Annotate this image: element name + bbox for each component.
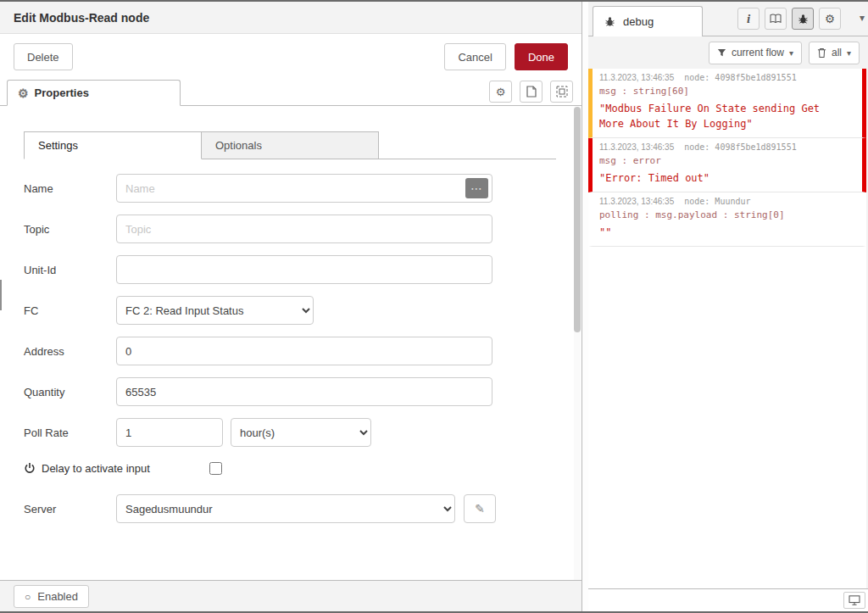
settings-tabbar: Settings Optionals bbox=[24, 131, 556, 159]
clear-all-label: all bbox=[832, 47, 842, 59]
debug-messages: 11.3.2023, 13:46:35node: 4098f5be1d89155… bbox=[588, 69, 866, 588]
tab-settings[interactable]: Settings bbox=[24, 131, 202, 159]
expand-icon bbox=[556, 86, 568, 98]
enabled-toggle[interactable]: ○ Enabled bbox=[14, 585, 89, 608]
topic-input[interactable] bbox=[116, 215, 492, 243]
name-row: Name ⋯ bbox=[24, 174, 556, 203]
poll-rate-row: Poll Rate hour(s) bbox=[24, 418, 556, 447]
topic-row: Topic bbox=[24, 215, 556, 243]
debug-message[interactable]: 11.3.2023, 13:46:35node: 4098f5be1d89155… bbox=[588, 138, 866, 192]
edit-server-button[interactable]: ✎ bbox=[464, 494, 496, 523]
address-row: Address bbox=[24, 337, 556, 365]
message-path: msg : error bbox=[599, 155, 855, 166]
server-label: Server bbox=[24, 503, 116, 515]
delete-button[interactable]: Delete bbox=[14, 43, 73, 70]
tab-debug-label: debug bbox=[623, 15, 654, 28]
server-row: Server Sagedusmuundur ✎ bbox=[24, 494, 556, 523]
name-input[interactable] bbox=[116, 174, 492, 203]
debug-message[interactable]: 11.3.2023, 13:46:35node: Muundurpolling … bbox=[588, 192, 866, 247]
debug-message[interactable]: 11.3.2023, 13:46:35node: 4098f5be1d89155… bbox=[588, 69, 866, 138]
server-select[interactable]: Sagedusmuundur bbox=[116, 494, 455, 523]
delay-checkbox[interactable] bbox=[209, 462, 222, 475]
tab-properties-label: Properties bbox=[35, 86, 89, 99]
name-input-wrap: ⋯ bbox=[116, 174, 492, 203]
dialog-body: Settings Optionals Name ⋯ Topic bbox=[0, 106, 573, 580]
clear-all-dropdown[interactable]: all ▾ bbox=[809, 42, 860, 64]
node-settings-button[interactable]: ⚙ bbox=[489, 81, 512, 103]
delay-label: Delay to activate input bbox=[42, 462, 150, 475]
debug-toolbar: current flow ▾ all ▾ bbox=[588, 36, 868, 69]
workspace-scrollbar-sliver bbox=[0, 280, 2, 310]
expand-editor-button[interactable] bbox=[550, 81, 573, 103]
dialog-actions: Cancel Done bbox=[444, 43, 568, 70]
info-icon: i bbox=[747, 12, 750, 26]
tab-debug[interactable]: debug bbox=[593, 6, 703, 36]
bug-icon bbox=[798, 14, 809, 25]
tab-settings-label: Settings bbox=[38, 139, 78, 152]
gear-icon: ⚙ bbox=[496, 86, 506, 98]
tab-properties[interactable]: ⚙ Properties bbox=[7, 80, 181, 106]
gear-icon: ⚙ bbox=[18, 87, 29, 99]
pencil-icon: ✎ bbox=[475, 502, 485, 515]
editor-scrollbar[interactable] bbox=[574, 107, 581, 580]
quantity-row: Quantity bbox=[24, 377, 556, 406]
editor-scrollbar-thumb[interactable] bbox=[574, 107, 581, 332]
document-icon bbox=[526, 86, 537, 98]
quantity-label: Quantity bbox=[24, 386, 116, 398]
unit-id-row: Unit-Id bbox=[24, 255, 556, 284]
dialog-title: Edit Modbus-Read node bbox=[14, 11, 149, 25]
unit-id-label: Unit-Id bbox=[24, 264, 116, 276]
fc-label: FC bbox=[24, 304, 116, 317]
cancel-button[interactable]: Cancel bbox=[444, 43, 505, 70]
name-label: Name bbox=[24, 182, 116, 195]
unit-id-input[interactable] bbox=[116, 255, 492, 284]
tab-optionals-label: Optionals bbox=[215, 139, 262, 152]
message-node-id: node: Muundur bbox=[684, 197, 750, 206]
debug-tab-button[interactable] bbox=[792, 8, 814, 30]
sidebar-tabbar: debug i ⚙ bbox=[588, 2, 868, 36]
address-input[interactable] bbox=[116, 337, 492, 365]
node-red-window: Edit Modbus-Read node Delete Cancel Done… bbox=[0, 0, 868, 613]
caret-down-icon: ▾ bbox=[860, 12, 865, 24]
message-node-id: node: 4098f5be1d891551 bbox=[684, 142, 796, 152]
edit-dialog-pane: Edit Modbus-Read node Delete Cancel Done… bbox=[0, 2, 582, 611]
monitor-icon bbox=[849, 595, 860, 605]
delay-row: Delay to activate input bbox=[24, 459, 556, 477]
editor-tabbar: ⚙ Properties ⚙ bbox=[0, 80, 581, 106]
ellipsis-icon: ⋯ bbox=[470, 181, 483, 195]
quantity-input[interactable] bbox=[116, 377, 492, 406]
editor-mini-buttons: ⚙ bbox=[489, 81, 573, 103]
sidebar-separator[interactable] bbox=[582, 2, 588, 611]
config-nodes-tab-button[interactable]: ⚙ bbox=[819, 8, 841, 30]
filter-flow-dropdown[interactable]: current flow ▾ bbox=[709, 42, 802, 64]
open-debug-window-button[interactable] bbox=[843, 592, 865, 609]
sidebar-tab-buttons: i ⚙ bbox=[737, 8, 841, 30]
info-tab-button[interactable]: i bbox=[737, 8, 760, 30]
message-value: "Error: Timed out" bbox=[599, 170, 830, 186]
poll-rate-unit-select[interactable]: hour(s) bbox=[231, 418, 371, 447]
poll-rate-label: Poll Rate bbox=[24, 426, 116, 439]
debug-sidebar: debug i ⚙ bbox=[588, 2, 868, 611]
bug-icon bbox=[604, 16, 615, 27]
sidebar-menu-button[interactable]: ▾ bbox=[860, 12, 865, 24]
dialog-header: Edit Modbus-Read node bbox=[0, 2, 581, 34]
gear-icon: ⚙ bbox=[825, 13, 835, 25]
trash-icon bbox=[817, 47, 826, 59]
message-timestamp: 11.3.2023, 13:46:35 bbox=[599, 197, 674, 206]
description-button[interactable] bbox=[520, 81, 542, 103]
address-label: Address bbox=[24, 345, 116, 358]
dialog-footer: ○ Enabled bbox=[0, 580, 581, 611]
message-path: msg : string[60] bbox=[599, 86, 855, 97]
done-button[interactable]: Done bbox=[515, 43, 568, 70]
expand-input-button[interactable]: ⋯ bbox=[465, 178, 488, 198]
help-tab-button[interactable] bbox=[765, 8, 787, 30]
enabled-label: Enabled bbox=[37, 590, 78, 603]
filter-flow-label: current flow bbox=[732, 47, 784, 59]
book-icon bbox=[770, 14, 782, 24]
tab-optionals[interactable]: Optionals bbox=[201, 131, 379, 159]
fc-select[interactable]: FC 2: Read Input Status bbox=[116, 296, 314, 325]
poll-rate-input[interactable] bbox=[116, 418, 223, 447]
message-node-id: node: 4098f5be1d891551 bbox=[684, 73, 796, 82]
caret-down-icon: ▾ bbox=[847, 48, 851, 58]
message-value: "" bbox=[599, 225, 830, 240]
